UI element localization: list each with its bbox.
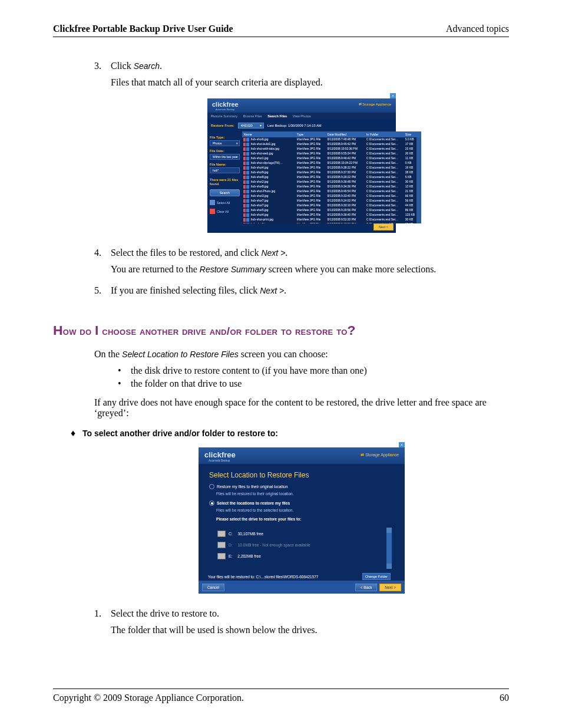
table-row[interactable]: hub-shot-clip-logo(TM)…IrfanView JPG Fil… [242, 161, 416, 166]
step4-text-a: Select the files to be restored, and cli… [111, 248, 261, 258]
select-location-term: Select Location to Restore Files [122, 350, 239, 359]
radio-select[interactable]: Select the locations to restore my files [199, 499, 405, 507]
drive-row[interactable]: E:2,202MB free [216, 551, 386, 562]
on-the-para: On the Select Location to Restore Files … [94, 349, 509, 360]
next-button[interactable]: Next > [373, 223, 394, 230]
table-row[interactable]: hub-shot9.jpgIrfanView JPG File8/13/2008… [242, 170, 416, 175]
select-all-button[interactable]: Select All [210, 200, 240, 205]
file-type-dropdown[interactable]: Photos [210, 140, 240, 146]
table-row[interactable]: hub-shot-Photo.jpgIrfanView JPG File8/13… [242, 189, 416, 194]
radio-original[interactable]: Restore my files to their original locat… [199, 483, 405, 490]
clear-icon [210, 209, 215, 214]
please-select: Please select the drive to restore your … [199, 516, 405, 525]
clear-all-button[interactable]: Clear All [210, 209, 240, 214]
table-row[interactable]: hub-shot-with-tabs.jpgIrfanView JPG File… [242, 147, 416, 151]
header-section: Advanced topics [446, 24, 509, 34]
table-row[interactable]: hub-shot5.jpgIrfanView JPG File8/13/2008… [242, 208, 416, 213]
table-row[interactable]: hub-shot3.jpgIrfanView JPG File8/13/2008… [242, 194, 416, 199]
step-1b: Select the drive to restore to. The fold… [94, 608, 509, 635]
tab-browse-files[interactable]: Browse Files [243, 114, 262, 118]
table-row[interactable]: hub-shot7.jpgIrfanView JPG File8/13/2008… [242, 203, 416, 208]
table-row[interactable]: hub-shot1.jpgIrfanView JPG File8/13/2008… [242, 156, 416, 161]
file-name-label: File Name: [210, 163, 240, 166]
close-icon[interactable]: x [390, 93, 396, 98]
step1b-line: Select the drive to restore to. [111, 608, 219, 618]
restore-path-row: Your files will be restored to: C:\…stor… [199, 568, 391, 581]
step3-text-a: Click [111, 61, 134, 71]
table-row[interactable]: hub-shot-web.jpgIrfanView JPG File8/13/2… [242, 151, 416, 156]
table-row[interactable]: hub-shot4.jpgIrfanView JPG File8/13/2008… [242, 166, 416, 170]
header-name[interactable]: Name [242, 131, 295, 137]
files-found-label: There were 21 files found. [210, 178, 240, 186]
table-row[interactable]: hub-shot6.jpgIrfanView JPG File8/13/2008… [242, 137, 416, 142]
cancel-button[interactable]: Cancel [202, 584, 224, 591]
step-3: Click Search. Files that match all of yo… [94, 61, 509, 88]
drive-row[interactable]: C:30,107MB free [216, 528, 386, 539]
change-folder-button[interactable]: Change Folder [362, 573, 391, 580]
back-button[interactable]: < Back [355, 584, 378, 591]
step-4: Select the files to be restored, and cli… [94, 248, 509, 275]
title-bar: clickfree Automatic Backup ⇄ Storage App… [207, 98, 396, 113]
page-header: Clickfree Portable Backup Drive User Gui… [53, 24, 509, 37]
desc-original: Files will be restored to their original… [199, 490, 405, 499]
radio-icon [209, 500, 214, 506]
tab-search-files[interactable]: Search Files [267, 114, 287, 118]
tab-restore-summary[interactable]: Restore Summary [211, 114, 237, 118]
table-header: Name Type Date Modified In Folder Size [242, 131, 421, 137]
bullet-drive: the disk drive to restore content to (if… [118, 365, 509, 376]
storage-logo: ⇄ Storage Appliance [361, 453, 399, 457]
file-type-label: File Type: [210, 136, 240, 139]
step5-term: Next > [260, 286, 284, 295]
table-row[interactable]: hub-shot8.jpgIrfanView JPG File8/13/2008… [242, 185, 416, 189]
restore-from-dropdown[interactable]: 4HD320 [238, 123, 264, 129]
header-size[interactable]: Size [404, 131, 421, 137]
restore-summary-term: Restore Summary [200, 265, 266, 274]
next-button[interactable]: Next > [379, 584, 401, 591]
drive-icon [217, 553, 226, 559]
file-date-label: File Date: [210, 149, 240, 153]
drive-list[interactable]: C:30,107MB freeD:10.0MB free - Not enoug… [216, 528, 392, 568]
header-folder[interactable]: In Folder [365, 131, 404, 137]
close-icon[interactable]: x [399, 442, 405, 447]
choose-bullets: the disk drive to restore content to (if… [118, 365, 509, 389]
checkbox-icon [210, 200, 215, 205]
results-table: Name Type Date Modified In Folder Size h… [242, 131, 421, 227]
header-type[interactable]: Type [295, 131, 326, 137]
restore-path: Your files will be restored to: C:\…stor… [208, 575, 318, 579]
table-row[interactable]: hub-shot4.jpgIrfanView JPG File8/13/2008… [242, 213, 416, 218]
step3-para: Files that match all of your search crit… [111, 77, 509, 88]
desc-select: Files will be restored to the selected l… [199, 507, 405, 516]
file-name-input[interactable]: hub* [210, 167, 240, 173]
step5-text-b: . [284, 285, 286, 295]
select-location-title: Select Location to Restore Files [199, 464, 405, 483]
table-row[interactable]: hub-shot-build1.jpgIrfanView JPG File8/1… [242, 142, 416, 147]
radio-icon [209, 484, 214, 489]
page-footer: Copyright © 2009 Storage Appliance Corpo… [53, 689, 509, 703]
step1b-para: The folder that will be used is shown be… [111, 625, 509, 635]
step-5: If you are finished selecting files, cli… [94, 285, 509, 296]
header-title: Clickfree Portable Backup Drive User Gui… [53, 24, 233, 34]
page-number: 60 [500, 693, 509, 703]
drive-row[interactable]: D:10.0MB free - Not enough space availab… [216, 539, 386, 551]
tab-view-photos[interactable]: View Photos [293, 114, 311, 118]
table-row[interactable]: hub-shot-print.jpgIrfanView JPG File8/13… [242, 218, 416, 222]
header-date[interactable]: Date Modified [326, 131, 365, 137]
restore-from-row: Restore From: 4HD320 Last Backup: 1/30/2… [207, 120, 396, 131]
title-bar: clickfree Automatic Backup ⇄ Storage App… [199, 447, 405, 464]
file-date-dropdown[interactable]: Within the last yea [210, 154, 240, 160]
screenshot-search-results: x clickfree Automatic Backup ⇄ Storage A… [207, 98, 396, 233]
table-row[interactable]: hub-shot2.jpgIrfanView JPG File8/13/2008… [242, 180, 416, 185]
search-button[interactable]: Search [210, 189, 240, 196]
bottom-bar: Cancel < Back Next > [199, 581, 405, 594]
greyed-para: If any drive does not have enough space … [94, 397, 509, 419]
section-heading: How do I choose another drive and/or fol… [53, 322, 509, 338]
step4-term: Next > [261, 248, 285, 258]
screenshot-select-location: x clickfree Automatic Backup ⇄ Storage A… [199, 447, 405, 594]
step4-para: You are returned to the Restore Summary … [111, 264, 509, 275]
table-row[interactable]: hub-shot8.jpgIrfanView JPG File8/13/2008… [242, 175, 416, 180]
step5-text-a: If you are finished selecting files, cli… [111, 285, 260, 295]
step3-term: Search [134, 61, 160, 71]
drive-icon [217, 542, 226, 548]
diamond-bullet: To select another drive and/or folder to… [71, 428, 509, 439]
table-row[interactable]: hub-shot7.jpgIrfanView JPG File8/13/2008… [242, 199, 416, 203]
